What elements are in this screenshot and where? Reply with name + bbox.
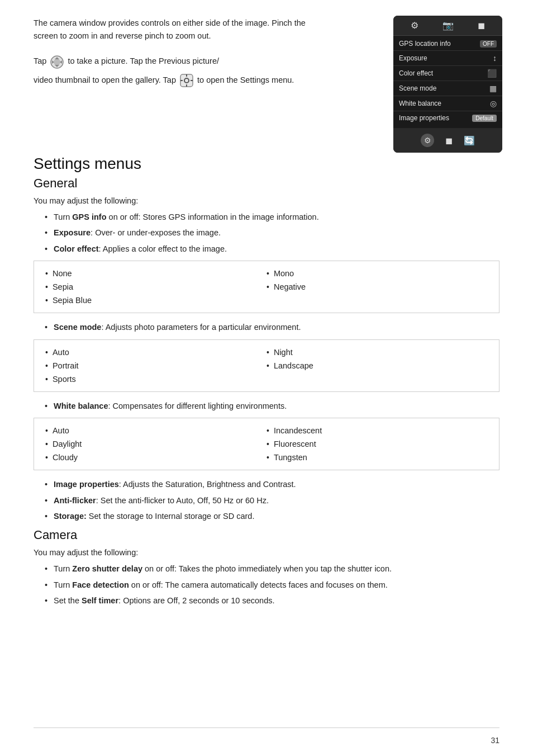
gps-value: OFF bbox=[480, 40, 497, 48]
white-balance-options: Auto Incandescent Daylight Fluorescent C… bbox=[34, 418, 499, 470]
white-balance-row: White balance ◎ bbox=[393, 96, 502, 111]
general-list: Turn GPS info on or off: Stores GPS info… bbox=[34, 211, 499, 255]
page-number: 31 bbox=[491, 736, 499, 745]
self-timer-bold: Self timer bbox=[82, 596, 118, 605]
list-item-color-effect: Color effect: Applies a color effect to … bbox=[45, 243, 499, 255]
image-props-rest: : Adjusts the Saturation, Brightness and… bbox=[119, 480, 296, 489]
settings-icon bbox=[179, 73, 194, 88]
list-item-white-balance: White balance: Compensates for different… bbox=[45, 400, 499, 412]
shutter-icon bbox=[50, 55, 64, 69]
svg-rect-4 bbox=[186, 74, 187, 77]
list-item-scene-mode: Scene mode: Adjusts photo parameters for… bbox=[45, 321, 499, 333]
extra-bullet-list: Image properties: Adjusts the Saturation… bbox=[34, 478, 499, 522]
settings-menus-title: Settings menus bbox=[34, 155, 499, 173]
list-item-exposure: Exposure: Over- or under-exposes the ima… bbox=[45, 226, 499, 239]
exposure-icon: ↕ bbox=[493, 54, 497, 63]
image-props-row: Image properties Default bbox=[393, 111, 502, 125]
option-daylight: Daylight bbox=[45, 437, 266, 451]
camera-panel-bottom: ⚙ ◼ 🔄 bbox=[393, 128, 502, 153]
camera-settings-panel: ⚙ 📷 ◼ GPS location info OFF Exposure ↕ C… bbox=[393, 16, 502, 153]
list-item-gps: Turn GPS info on or off: Stores GPS info… bbox=[45, 211, 499, 223]
anti-flicker-bold: Anti-flicker bbox=[54, 496, 96, 505]
panel-shutter-icon: 🔄 bbox=[464, 135, 475, 146]
video-icon: ◼ bbox=[478, 20, 485, 31]
option-sports: Sports bbox=[45, 372, 266, 386]
option-none: None bbox=[45, 267, 266, 280]
option-fluorescent: Fluorescent bbox=[266, 437, 488, 451]
tap-line: Tap to take a picture. Tap the Previous … bbox=[34, 54, 324, 69]
zero-shutter-bold: Zero shutter delay bbox=[72, 564, 142, 573]
scene-mode-row: Scene mode ▦ bbox=[393, 81, 502, 96]
tap-line2: video thumbnail to open the gallery. Tap… bbox=[34, 73, 324, 88]
image-props-value: Default bbox=[472, 115, 497, 122]
intro-paragraph: The camera window provides controls on e… bbox=[34, 17, 324, 42]
white-balance-label: White balance bbox=[399, 100, 441, 107]
list-item-self-timer: Set the Self timer: Options are Off, 2 s… bbox=[45, 594, 499, 607]
general-heading: General bbox=[34, 176, 499, 191]
option-incandescent: Incandescent bbox=[266, 424, 488, 437]
panel-gear-icon: ⚙ bbox=[421, 134, 434, 147]
list-item-anti-flicker: Anti-flicker: Set the anti-flicker to Au… bbox=[45, 494, 499, 507]
exposure-label: Exposure bbox=[399, 54, 427, 62]
camera-may-adjust: You may adjust the following: bbox=[34, 548, 499, 557]
color-effect-bold: Color effect bbox=[54, 244, 99, 253]
option-landscape: Landscape bbox=[266, 359, 488, 372]
color-effect-icon: ⬛ bbox=[487, 69, 497, 78]
white-balance-icon: ◎ bbox=[490, 99, 497, 108]
option-wb-auto: Auto bbox=[45, 424, 266, 437]
option-auto: Auto bbox=[45, 346, 266, 359]
exposure-bold: Exposure bbox=[54, 228, 91, 237]
svg-rect-7 bbox=[191, 80, 193, 81]
gps-label: GPS location info bbox=[399, 40, 451, 48]
list-item-zero-shutter: Turn Zero shutter delay on or off: Takes… bbox=[45, 563, 499, 575]
storage-bold: Storage: bbox=[54, 512, 87, 521]
scene-mode-list: Scene mode: Adjusts photo parameters for… bbox=[34, 321, 499, 333]
image-props-bold: Image properties bbox=[54, 480, 119, 489]
color-effect-options: None Mono Sepia Negative Sepia Blue bbox=[34, 261, 499, 313]
option-sepia: Sepia bbox=[45, 280, 266, 294]
svg-point-1 bbox=[54, 59, 60, 65]
option-portrait: Portrait bbox=[45, 359, 266, 372]
bottom-divider bbox=[34, 727, 499, 728]
camera-heading: Camera bbox=[34, 528, 499, 542]
menu-icon: ⚙ bbox=[411, 20, 418, 31]
scene-mode-rest: : Adjusts photo parameters for a particu… bbox=[101, 323, 301, 332]
svg-rect-5 bbox=[186, 84, 187, 87]
svg-rect-6 bbox=[180, 80, 183, 81]
white-balance-list: White balance: Compensates for different… bbox=[34, 400, 499, 412]
scene-mode-bold: Scene mode bbox=[54, 323, 101, 332]
storage-rest: Set the storage to Internal storage or S… bbox=[87, 512, 255, 521]
exposure-row: Exposure ↕ bbox=[393, 51, 502, 66]
option-negative: Negative bbox=[266, 280, 488, 294]
list-item-storage: Storage: Set the storage to Internal sto… bbox=[45, 510, 499, 522]
camera-panel-rows: GPS location info OFF Exposure ↕ Color e… bbox=[393, 36, 502, 126]
option-night: Night bbox=[266, 346, 488, 359]
scene-mode-options: Auto Night Portrait Landscape Sports bbox=[34, 339, 499, 392]
white-balance-bold: White balance bbox=[54, 401, 108, 410]
camera-icon: 📷 bbox=[442, 20, 454, 31]
scene-mode-icon: ▦ bbox=[489, 84, 497, 93]
white-balance-rest: : Compensates for different lighting env… bbox=[108, 401, 287, 410]
camera-list: Turn Zero shutter delay on or off: Takes… bbox=[34, 563, 499, 607]
list-item-image-props: Image properties: Adjusts the Saturation… bbox=[45, 478, 499, 490]
white-balance-grid: Auto Incandescent Daylight Fluorescent C… bbox=[34, 424, 499, 464]
scene-mode-label: Scene mode bbox=[399, 84, 436, 92]
gps-bold: GPS info bbox=[72, 212, 106, 221]
list-item-face-detection: Turn Face detection on or off: The camer… bbox=[45, 579, 499, 591]
image-props-label: Image properties bbox=[399, 114, 449, 122]
gps-row: GPS location info OFF bbox=[393, 37, 502, 51]
option-cloudy: Cloudy bbox=[45, 451, 266, 464]
option-mono: Mono bbox=[266, 267, 488, 280]
anti-flicker-rest: : Set the anti-flicker to Auto, Off, 50 … bbox=[96, 496, 269, 505]
panel-video-icon: ◼ bbox=[445, 135, 453, 146]
option-sepia-blue: Sepia Blue bbox=[45, 294, 266, 307]
color-effect-grid: None Mono Sepia Negative Sepia Blue bbox=[34, 267, 499, 307]
scene-mode-grid: Auto Night Portrait Landscape Sports bbox=[34, 346, 499, 386]
color-effect-row: Color effect ⬛ bbox=[393, 66, 502, 81]
color-effect-label: Color effect bbox=[399, 69, 433, 77]
face-detection-bold: Face detection bbox=[72, 580, 129, 589]
camera-panel-top: ⚙ 📷 ◼ bbox=[393, 16, 502, 36]
may-adjust-text: You may adjust the following: bbox=[34, 196, 499, 205]
option-tungsten: Tungsten bbox=[266, 451, 488, 464]
